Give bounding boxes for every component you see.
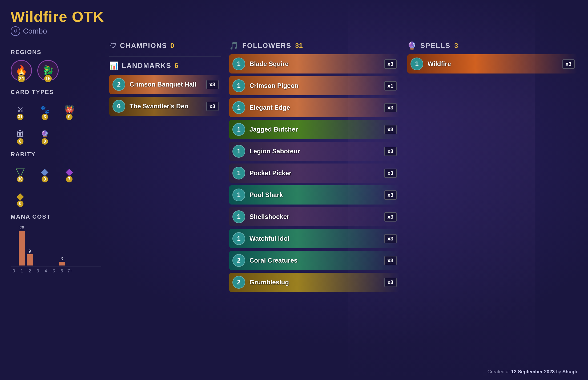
landmarks-count: 6 [175, 62, 178, 70]
card-type-champion: 🐾 3 [35, 100, 54, 119]
landmarks-icon: 📊 [109, 61, 119, 70]
followers-column: 🎵 FOLLOWERS 31 1 Blade Squire x3 1 Crims… [229, 41, 399, 292]
mana-chart: 28 9 [11, 224, 101, 273]
card-crimson-banquet-hall[interactable]: 2 Crimson Banquet Hall x3 [109, 75, 221, 94]
rarity-row: ▽ 30 ◆ 3 ◆ 7 ◆ 0 [11, 162, 101, 206]
cost-blade-squire: 1 [232, 58, 245, 70]
card-elegant-edge[interactable]: 1 Elegant Edge x3 [229, 98, 399, 117]
card-grumbleslug[interactable]: 2 Grumbleslug x3 [229, 273, 399, 292]
name-legion-saboteur: Legion Saboteur [249, 148, 384, 155]
qty-coral-creatures: x3 [384, 256, 397, 265]
qty-grumbleslug: x3 [384, 278, 397, 287]
card-legion-saboteur[interactable]: 1 Legion Saboteur x3 [229, 142, 399, 161]
bar-label-6: 3 [61, 256, 63, 261]
champions-divider [109, 56, 221, 57]
card-crimson-pigeon[interactable]: 1 Crimson Pigeon x1 [229, 76, 399, 95]
card-name-cbh: Crimson Banquet Hall [130, 81, 206, 88]
card-types-row: ⚔ 31 🐾 3 👹 0 🏛 6 🔮 0 [11, 100, 101, 144]
qty-pocket-picker: x3 [384, 169, 397, 178]
cost-elegant-edge: 1 [232, 101, 245, 114]
name-grumbleslug: Grumbleslug [249, 279, 384, 286]
card-type-follower: ⚔ 31 [11, 100, 30, 119]
region-item-noxus: 🔥 24 [11, 60, 32, 81]
followers-list: 1 Blade Squire x3 1 Crimson Pigeon x1 1 … [229, 54, 399, 292]
card-types-label: CARD TYPES [11, 89, 101, 96]
card-qty-sd: x3 [206, 102, 219, 111]
landmarks-list: 2 Crimson Banquet Hall x3 6 The Swindler… [109, 75, 221, 116]
rarity-label: RARITY [11, 151, 101, 158]
card-cost-badge-cbh: 2 [112, 78, 125, 91]
name-shellshocker: Shellshocker [249, 213, 384, 220]
bar-fill-6 [59, 262, 65, 265]
left-panel: REGIONS 🔥 24 🐉 16 CARD TYPES ⚔ 31 [11, 41, 101, 371]
region-noxus-count: 24 [17, 74, 26, 83]
followers-section-count: 31 [295, 42, 303, 50]
trap-type-count: 0 [41, 138, 49, 145]
deck-subtitle: ↺ Combo [11, 26, 577, 36]
card-watchful-idol[interactable]: 1 Watchful Idol x3 [229, 229, 399, 248]
combo-icon: ↺ [11, 26, 20, 36]
cost-wildfire: 1 [410, 58, 423, 70]
page: Wildfire OTK ↺ Combo REGIONS 🔥 24 🐉 16 [0, 0, 588, 380]
qty-jagged-butcher: x3 [384, 125, 397, 134]
landmark-type-count: 6 [17, 138, 24, 145]
bar-0 [11, 265, 17, 265]
header: Wildfire OTK ↺ Combo [11, 8, 577, 36]
champion-type-count: 3 [41, 113, 49, 121]
cost-pool-shark: 1 [232, 189, 245, 201]
chart-x-labels: 0 1 2 3 4 5 6 7+ [11, 269, 101, 273]
cost-shellshocker: 1 [232, 210, 245, 223]
card-swindlers-den[interactable]: 6 The Swindler's Den x3 [109, 97, 221, 116]
x-label-0: 0 [11, 269, 17, 273]
qty-wildfire: x3 [562, 59, 575, 69]
x-label-7: 7+ [67, 269, 73, 273]
footer-prefix: Created at [488, 369, 510, 374]
bar-fill-2 [27, 254, 33, 265]
x-label-2: 2 [27, 269, 33, 273]
cost-coral-creatures: 2 [232, 254, 245, 267]
card-blade-squire[interactable]: 1 Blade Squire x3 [229, 54, 399, 73]
bar-7plus [67, 265, 73, 265]
rarity-rare: ◆ 3 [35, 162, 54, 181]
qty-shellshocker: x3 [384, 212, 397, 222]
card-pocket-picker[interactable]: 1 Pocket Picker x3 [229, 164, 399, 183]
rarity-champion: ◆ 0 [11, 187, 30, 206]
spells-header: 🔮 SPELLS 3 [407, 41, 577, 50]
name-crimson-pigeon: Crimson Pigeon [249, 82, 384, 89]
rarity-common-count: 30 [17, 175, 24, 183]
card-pool-shark[interactable]: 1 Pool Shark x3 [229, 185, 399, 205]
card-wildfire[interactable]: 1 Wildfire x3 [407, 54, 577, 73]
champions-label: CHAMPIONS [120, 42, 167, 50]
qty-elegant-edge: x3 [384, 103, 397, 112]
rarity-rare-count: 3 [41, 175, 49, 183]
x-label-6: 6 [59, 269, 65, 273]
card-type-landmark: 🏛 6 [11, 124, 30, 144]
card-coral-creatures[interactable]: 2 Coral Creatures x3 [229, 251, 399, 270]
footer-by: by [556, 369, 562, 374]
card-jagged-butcher[interactable]: 1 Jagged Butcher x3 [229, 120, 399, 139]
name-pool-shark: Pool Shark [249, 191, 384, 199]
deck-title: Wildfire OTK [11, 8, 577, 25]
name-jagged-butcher: Jagged Butcher [249, 126, 384, 133]
qty-blade-squire: x3 [384, 59, 397, 69]
x-label-5: 5 [51, 269, 57, 273]
card-type-spell: 👹 0 [60, 100, 79, 119]
footer-author: Shugó [562, 369, 577, 374]
center-panel: 🛡 CHAMPIONS 0 📊 LANDMARKS 6 2 Crimson Ba… [109, 41, 221, 371]
qty-crimson-pigeon: x1 [384, 81, 397, 91]
qty-legion-saboteur: x3 [384, 147, 397, 156]
cost-jagged-butcher: 1 [232, 123, 245, 136]
spells-column: 🔮 SPELLS 3 1 Wildfire x3 [407, 41, 577, 292]
name-coral-creatures: Coral Creatures [249, 257, 384, 264]
cost-crimson-pigeon: 1 [232, 79, 245, 92]
deck-type-label: Combo [23, 27, 47, 35]
card-qty-cbh: x3 [206, 80, 219, 89]
chart-bars: 28 9 [11, 224, 101, 267]
name-elegant-edge: Elegant Edge [249, 104, 384, 111]
rarity-epic-count: 7 [66, 175, 73, 183]
x-label-3: 3 [35, 269, 41, 273]
name-pocket-picker: Pocket Picker [249, 169, 384, 177]
footer: Created at 12 September 2023 by Shugó [488, 369, 577, 375]
card-shellshocker[interactable]: 1 Shellshocker x3 [229, 207, 399, 226]
rarity-common: ▽ 30 [11, 162, 30, 181]
